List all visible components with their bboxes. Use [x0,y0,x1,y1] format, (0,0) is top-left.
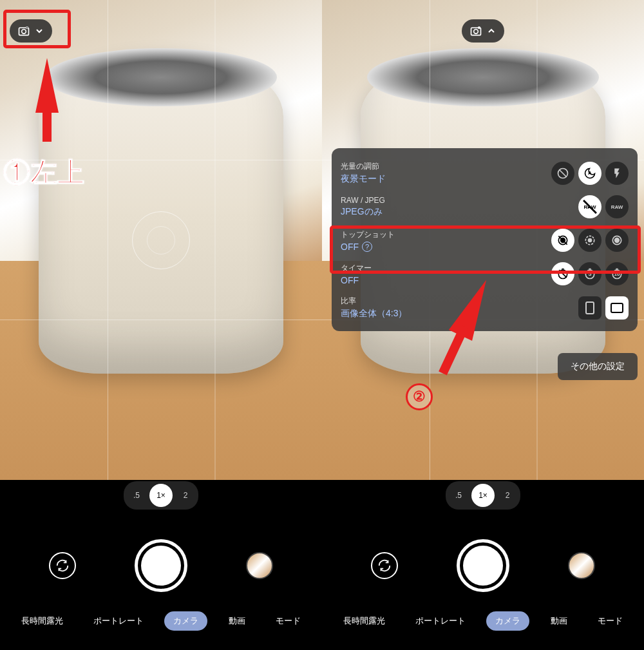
zoom-0.5x[interactable]: .5 [448,485,469,506]
mode-video[interactable]: 動画 [220,611,254,631]
shutter-button[interactable] [457,539,509,592]
ratio-4-3-icon[interactable] [605,296,629,320]
zoom-2x[interactable]: 2 [497,485,518,506]
zoom-2x[interactable]: 2 [175,485,196,506]
mode-more[interactable]: モード [267,611,310,631]
zoom-selector[interactable]: .5 1× 2 [446,481,520,510]
gallery-thumbnail[interactable] [246,552,273,579]
row-label: 比率 [341,296,407,307]
mode-camera[interactable]: カメラ [164,611,207,631]
svg-rect-17 [611,303,623,312]
zoom-1x[interactable]: 1× [471,484,495,507]
ratio-3-4-icon[interactable] [578,296,601,320]
row-value: 画像全体（4:3） [341,308,407,320]
raw-icon[interactable]: RAW [605,195,629,218]
annotation-highlight-1 [3,10,71,48]
mode-long-exposure[interactable]: 長時間露光 [12,611,72,631]
mode-long-exposure[interactable]: 長時間露光 [334,611,394,631]
mode-selector: 長時間露光 ポートレート カメラ 動画 モード [322,611,644,631]
setting-row-raw: RAW / JPEG JPEGのみ RAW RAW [341,190,629,224]
annotation-highlight-2 [330,225,641,274]
settings-toggle-expanded[interactable] [462,19,504,43]
mode-portrait[interactable]: ポートレート [406,611,475,631]
annotation-label-1: ①左上 [3,155,84,191]
row-label: RAW / JPEG [341,196,385,205]
mode-portrait[interactable]: ポートレート [84,611,153,631]
jpeg-only-icon[interactable]: RAW [578,195,601,218]
switch-camera-button[interactable] [371,552,398,579]
shutter-button[interactable] [135,539,187,592]
annotation-arrow-1 [35,58,59,113]
setting-row-exposure: 光量の調節 夜景モード A [341,156,629,190]
more-settings-button[interactable]: その他の設定 [558,353,638,380]
exposure-off-icon[interactable] [551,162,574,185]
exposure-flash-icon[interactable] [605,162,629,185]
focus-indicator [132,211,190,269]
svg-point-5 [478,26,480,29]
mode-more[interactable]: モード [589,611,632,631]
zoom-selector[interactable]: .5 1× 2 [124,481,198,510]
row-label: 光量の調節 [341,161,386,172]
row-value: OFF [341,275,372,285]
row-value: 夜景モード [341,173,386,185]
left-camera-screen: ①左上 .5 1× 2 長時間露光 ポートレート カメラ 動画 モード [0,0,322,650]
zoom-0.5x[interactable]: .5 [126,485,147,506]
chevron-up-icon [486,26,497,36]
camera-settings-icon [469,24,482,37]
zoom-1x[interactable]: 1× [149,484,173,507]
row-value: JPEGのみ [341,206,385,218]
exposure-auto-icon[interactable]: A [578,162,601,185]
annotation-label-2: ② [406,383,433,410]
mode-video[interactable]: 動画 [542,611,576,631]
mode-selector: 長時間露光 ポートレート カメラ 動画 モード [0,611,322,631]
svg-rect-16 [586,302,594,314]
switch-camera-button[interactable] [49,552,76,579]
svg-point-4 [474,30,478,34]
gallery-thumbnail[interactable] [568,552,595,579]
right-camera-screen: 光量の調節 夜景モード A RAW / JPEG JPEGのみ RAW RAW [322,0,644,650]
mode-camera[interactable]: カメラ [486,611,529,631]
